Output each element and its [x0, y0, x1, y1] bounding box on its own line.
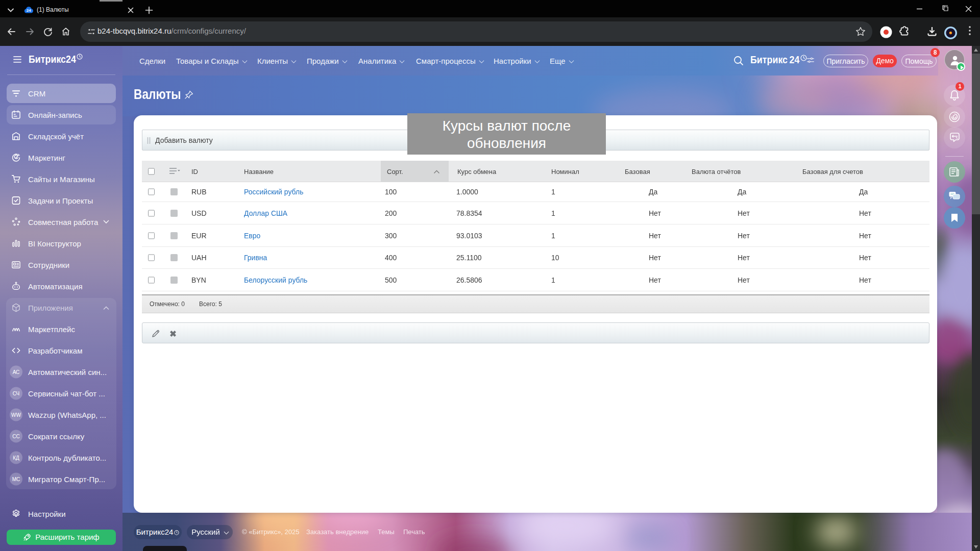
svg-text:24: 24 — [27, 8, 31, 13]
